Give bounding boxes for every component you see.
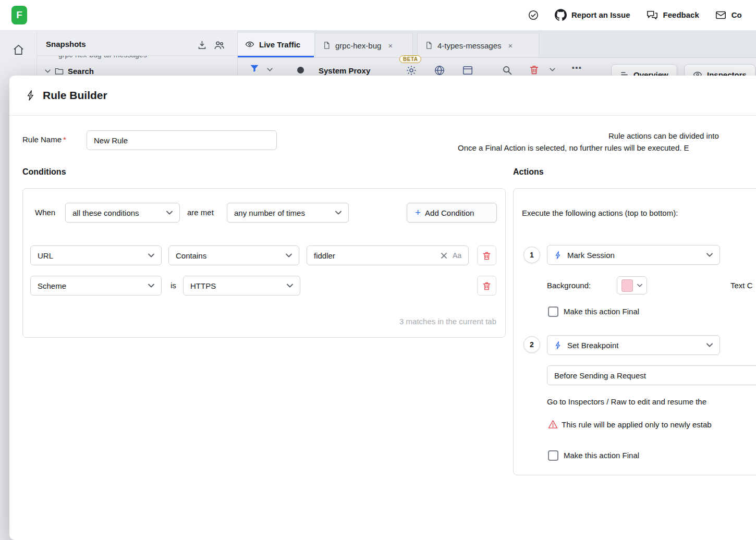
condition1-operator-select[interactable]: Contains [168, 246, 299, 265]
lightning-icon [26, 90, 36, 101]
condition2-delete-button[interactable] [477, 276, 496, 296]
action2-type-value: Set Breakpoint [567, 341, 618, 350]
report-issue-label: Report an Issue [571, 10, 630, 19]
github-icon [555, 9, 567, 21]
chevron-down-icon [45, 69, 51, 73]
chevron-down-icon [637, 284, 642, 287]
action2-final-checkbox[interactable] [548, 450, 558, 461]
condition2-field-value: Scheme [38, 281, 66, 290]
tab-live-traffic[interactable]: Live Traffic [238, 33, 314, 57]
snapshots-download-button[interactable] [197, 40, 207, 50]
search-icon [502, 65, 513, 76]
filter-dropdown-button[interactable] [267, 68, 273, 71]
contact-button[interactable]: Co [715, 9, 742, 21]
condition1-value: fiddler [314, 251, 335, 260]
action2-type-select[interactable]: Set Breakpoint [547, 335, 720, 355]
add-condition-label: Add Condition [425, 208, 474, 217]
tab-label: Live Traffic [259, 40, 300, 49]
action1-type-value: Mark Session [567, 251, 615, 260]
record-button[interactable] [297, 67, 304, 73]
feedback-button[interactable]: Feedback [646, 9, 699, 21]
eye-icon [245, 40, 254, 49]
chevron-down-icon [550, 68, 555, 71]
execute-label: Execute the following actions (top to bo… [522, 208, 678, 217]
condition1-field-select[interactable]: URL [30, 246, 162, 265]
folder-icon [55, 67, 64, 75]
chat-bubbles-icon [646, 9, 659, 21]
case-sensitive-toggle[interactable]: Aa [453, 251, 461, 260]
snapshot-group-search[interactable]: Search [45, 67, 94, 76]
rule-name-input[interactable] [87, 130, 277, 150]
people-icon [214, 40, 225, 51]
fiddler-logo[interactable]: F [11, 6, 27, 24]
chevron-down-icon [335, 211, 342, 215]
document-icon [323, 41, 331, 50]
mail-icon [715, 9, 727, 21]
times-select[interactable]: any number of times [227, 203, 349, 223]
trash-icon [529, 64, 540, 75]
system-proxy-label[interactable]: System Proxy [319, 66, 370, 75]
add-condition-button[interactable]: + Add Condition [407, 203, 497, 223]
is-label: is [170, 281, 176, 290]
snapshots-share-button[interactable] [214, 40, 225, 51]
chevron-down-icon [148, 284, 154, 288]
chevron-down-icon [166, 211, 173, 215]
traffic-search-button[interactable] [502, 65, 513, 76]
snapshot-item-partial[interactable]: grpc-hex-bug-all-messages [58, 56, 147, 59]
breakpoint-hint-text: Go to Inspectors / Raw to edit and resum… [547, 397, 706, 406]
tab-grpc-hex-bug[interactable]: grpc-hex-bug × [315, 33, 413, 57]
home-button[interactable] [13, 44, 25, 56]
tab-close-icon[interactable]: × [508, 41, 513, 50]
action1-number: 1 [523, 247, 540, 263]
warning-triangle-icon [548, 420, 558, 429]
action1-final-checkbox[interactable] [548, 306, 558, 317]
condition1-delete-button[interactable] [477, 246, 496, 265]
logo-letter: F [16, 9, 22, 21]
report-issue-button[interactable]: Report an Issue [555, 9, 630, 21]
background-color-select[interactable] [617, 276, 647, 294]
action1-final-label: Make this action Final [564, 307, 639, 316]
plus-icon: + [415, 207, 421, 217]
actions-panel: Execute the following actions (top to bo… [513, 188, 756, 475]
breakpoint-timing-value: Before Sending a Request [554, 371, 646, 380]
snapshot-group-label: Search [68, 67, 94, 76]
clear-icon[interactable] [441, 252, 447, 259]
more-actions-button[interactable]: ⋯ [571, 62, 583, 74]
check-circle-icon [528, 9, 539, 21]
top-bar: F Report an Issue Feedback Co [0, 0, 756, 31]
condition2-field-select[interactable]: Scheme [30, 276, 162, 296]
conditions-heading: Conditions [22, 167, 66, 177]
lightning-icon [554, 341, 562, 350]
tab-4-types-messages[interactable]: 4-types-messages × [417, 33, 539, 57]
chevron-down-icon [286, 253, 292, 257]
matches-count-text: 3 matches in the current tab [399, 317, 496, 326]
condition1-value-input[interactable]: fiddler Aa [307, 246, 469, 265]
condition2-value-select[interactable]: HTTPS [183, 276, 300, 296]
network-button[interactable] [434, 65, 445, 76]
filter-button[interactable] [249, 63, 260, 73]
rule-name-label: Rule Name* [22, 135, 66, 144]
trash-icon [482, 281, 492, 291]
trash-icon [482, 251, 492, 261]
chevron-down-icon [267, 68, 273, 71]
topbar-actions: Report an Issue Feedback Co [528, 0, 742, 30]
action1-type-select[interactable]: Mark Session [547, 245, 720, 265]
status-check-button[interactable] [528, 9, 539, 21]
snapshots-list: grpc-hex-bug-all-messages Search [36, 56, 237, 76]
breakpoint-timing-select[interactable]: Before Sending a Request [547, 365, 756, 385]
beta-badge: BETA [399, 55, 421, 63]
window-capture-button[interactable] [462, 65, 473, 76]
clear-options-button[interactable] [550, 68, 555, 71]
gear-icon [406, 65, 417, 76]
times-value: any number of times [234, 208, 305, 217]
modal-title: Rule Builder [43, 89, 107, 102]
action2-number: 2 [523, 336, 540, 353]
match-type-select[interactable]: all these conditions [65, 203, 180, 223]
background-color-label: Background: [547, 281, 591, 290]
capture-settings-button[interactable] [406, 65, 417, 76]
text-color-label: Text C [730, 281, 753, 290]
clear-traffic-button[interactable] [529, 64, 540, 75]
document-icon [425, 41, 433, 50]
tab-close-icon[interactable]: × [388, 41, 393, 50]
actions-heading: Actions [513, 167, 544, 177]
